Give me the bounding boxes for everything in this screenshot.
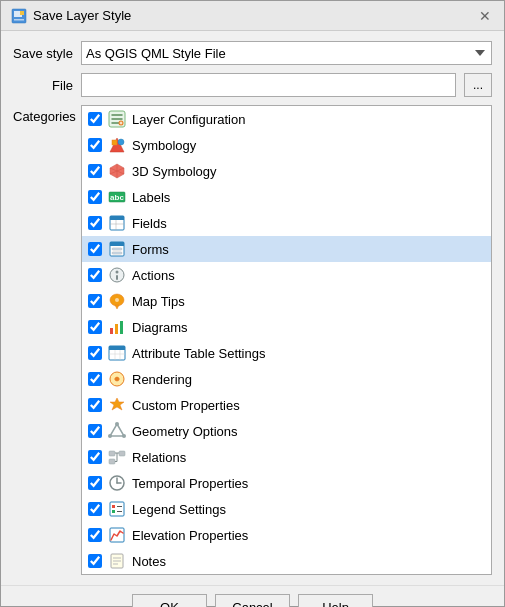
svg-rect-3 (14, 19, 24, 21)
svg-rect-29 (109, 346, 125, 350)
category-icon-custom-props (108, 396, 126, 414)
category-checkbox-labels[interactable] (88, 190, 102, 204)
category-item-fields[interactable]: Fields (82, 210, 491, 236)
svg-rect-26 (115, 324, 118, 334)
svg-point-34 (115, 377, 119, 381)
category-checkbox-relations[interactable] (88, 450, 102, 464)
category-checkbox-temporal[interactable] (88, 476, 102, 490)
category-checkbox-geometry[interactable] (88, 424, 102, 438)
svg-rect-51 (112, 510, 115, 513)
category-label-rendering: Rendering (132, 372, 192, 387)
category-item-actions[interactable]: Actions (82, 262, 491, 288)
category-label-forms: Forms (132, 242, 169, 257)
browse-button[interactable]: ... (464, 73, 492, 97)
category-label-notes: Notes (132, 554, 166, 569)
category-item-map-tips[interactable]: Map Tips (82, 288, 491, 314)
svg-rect-21 (116, 275, 118, 280)
category-icon-labels: abc (108, 188, 126, 206)
ok-button[interactable]: OK (132, 594, 207, 607)
category-label-map-tips: Map Tips (132, 294, 185, 309)
category-checkbox-legend[interactable] (88, 502, 102, 516)
svg-rect-49 (112, 505, 115, 508)
category-item-symbology[interactable]: Symbology (82, 132, 491, 158)
cancel-button[interactable]: Cancel (215, 594, 290, 607)
category-label-symbology: Symbology (132, 138, 196, 153)
category-label-fields: Fields (132, 216, 167, 231)
svg-rect-41 (109, 459, 115, 464)
svg-rect-12 (110, 216, 124, 220)
category-checkbox-symbology[interactable] (88, 138, 102, 152)
category-icon-diagrams (108, 318, 126, 336)
svg-rect-27 (120, 321, 123, 334)
category-checkbox-diagrams[interactable] (88, 320, 102, 334)
category-item-3d-symbology[interactable]: 3D Symbology (82, 158, 491, 184)
category-icon-elevation (108, 526, 126, 544)
category-label-elevation: Elevation Properties (132, 528, 248, 543)
category-item-elevation[interactable]: Elevation Properties (82, 522, 491, 548)
category-item-geometry[interactable]: Geometry Options (82, 418, 491, 444)
save-style-label: Save style (13, 46, 73, 61)
svg-rect-17 (112, 248, 122, 250)
svg-rect-40 (119, 451, 125, 456)
save-layer-style-dialog: Save Layer Style ✕ Save style As QGIS QM… (0, 0, 505, 607)
svg-point-38 (108, 434, 112, 438)
category-icon-symbology (108, 136, 126, 154)
category-checkbox-elevation[interactable] (88, 528, 102, 542)
categories-section: Categories Layer ConfigurationSymbology3… (13, 105, 492, 575)
category-icon-legend (108, 500, 126, 518)
category-checkbox-layer-config[interactable] (88, 112, 102, 126)
category-checkbox-actions[interactable] (88, 268, 102, 282)
svg-point-37 (122, 434, 126, 438)
svg-rect-16 (110, 242, 124, 246)
title-bar: Save Layer Style ✕ (1, 1, 504, 31)
save-style-row: Save style As QGIS QML Style FileAs SLD … (13, 41, 492, 65)
svg-point-8 (118, 139, 124, 145)
category-checkbox-rendering[interactable] (88, 372, 102, 386)
category-item-rendering[interactable]: Rendering (82, 366, 491, 392)
category-label-actions: Actions (132, 268, 175, 283)
category-label-attribute-table: Attribute Table Settings (132, 346, 265, 361)
category-icon-temporal (108, 474, 126, 492)
category-checkbox-forms[interactable] (88, 242, 102, 256)
svg-rect-48 (110, 502, 124, 516)
category-icon-notes (108, 552, 126, 570)
category-checkbox-attribute-table[interactable] (88, 346, 102, 360)
category-icon-relations (108, 448, 126, 466)
category-label-legend: Legend Settings (132, 502, 226, 517)
category-checkbox-notes[interactable] (88, 554, 102, 568)
category-icon-fields (108, 214, 126, 232)
category-icon-forms (108, 240, 126, 258)
category-item-legend[interactable]: Legend Settings (82, 496, 491, 522)
category-icon-geometry (108, 422, 126, 440)
dialog-content: Save style As QGIS QML Style FileAs SLD … (1, 31, 504, 585)
category-checkbox-map-tips[interactable] (88, 294, 102, 308)
category-label-relations: Relations (132, 450, 186, 465)
category-item-layer-config[interactable]: Layer Configuration (82, 106, 491, 132)
category-label-labels: Labels (132, 190, 170, 205)
close-button[interactable]: ✕ (476, 7, 494, 25)
categories-label: Categories (13, 105, 73, 124)
category-label-3d-symbology: 3D Symbology (132, 164, 217, 179)
category-checkbox-3d-symbology[interactable] (88, 164, 102, 178)
category-icon-attribute-table (108, 344, 126, 362)
category-label-temporal: Temporal Properties (132, 476, 248, 491)
category-icon-3d-symbology (108, 162, 126, 180)
category-item-notes[interactable]: Notes (82, 548, 491, 574)
save-style-select[interactable]: As QGIS QML Style FileAs SLD Style File (81, 41, 492, 65)
category-item-diagrams[interactable]: Diagrams (82, 314, 491, 340)
category-item-labels[interactable]: abcLabels (82, 184, 491, 210)
category-checkbox-fields[interactable] (88, 216, 102, 230)
category-item-custom-props[interactable]: Custom Properties (82, 392, 491, 418)
category-item-relations[interactable]: Relations (82, 444, 491, 470)
category-item-forms[interactable]: Forms (82, 236, 491, 262)
svg-text:abc: abc (110, 193, 124, 202)
category-checkbox-custom-props[interactable] (88, 398, 102, 412)
svg-rect-2 (20, 11, 24, 15)
category-label-diagrams: Diagrams (132, 320, 188, 335)
category-item-attribute-table[interactable]: Attribute Table Settings (82, 340, 491, 366)
category-item-temporal[interactable]: Temporal Properties (82, 470, 491, 496)
category-label-custom-props: Custom Properties (132, 398, 240, 413)
file-input[interactable] (81, 73, 456, 97)
help-button[interactable]: Help (298, 594, 373, 607)
category-icon-rendering (108, 370, 126, 388)
